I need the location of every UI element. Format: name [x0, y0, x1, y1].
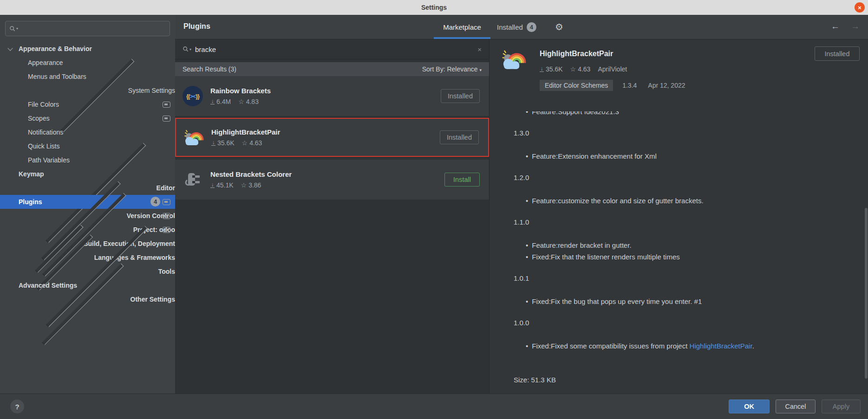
- star-icon: ☆: [241, 181, 247, 189]
- forward-arrow-icon: →: [851, 21, 860, 32]
- back-arrow-icon[interactable]: ←: [831, 21, 840, 32]
- screen-icon: [163, 213, 170, 219]
- plugin-card-highlightbracketpair[interactable]: HighlightBracketPair ↓ 35.6K ☆ 4.63 Inst…: [175, 118, 489, 157]
- search-icon: [183, 46, 189, 52]
- sidebar-item-appearance-behavior[interactable]: Appearance & Behavior: [0, 42, 175, 56]
- installed-button[interactable]: Installed: [440, 130, 479, 144]
- plugin-size: Size: 51.3 KB: [489, 376, 868, 384]
- sidebar-item-editor[interactable]: Editor: [0, 181, 175, 195]
- sidebar-item-advanced-settings[interactable]: Advanced Settings: [0, 278, 175, 292]
- plug-icon: [183, 169, 203, 190]
- clear-search-icon[interactable]: ×: [477, 45, 482, 53]
- chevron-down-icon: ▾: [479, 68, 482, 72]
- screen-icon: [163, 116, 170, 122]
- changelog: Feature:Support Idea2021.3 1.3.0 Feature…: [489, 111, 868, 351]
- sidebar-item-file-colors[interactable]: File Colors: [0, 97, 175, 111]
- sidebar-item-system-settings[interactable]: System Settings: [0, 84, 175, 97]
- plugin-search-input[interactable]: [195, 45, 477, 53]
- changelog-version: 1.1.0: [514, 218, 840, 227]
- changelog-entry: Feature:Extension enhancement for Xml: [514, 152, 840, 161]
- screen-icon: [163, 227, 170, 233]
- sidebar-item-quick-lists[interactable]: Quick Lists: [0, 139, 175, 153]
- changelog-version: 1.0.0: [514, 318, 840, 328]
- download-icon: ↓: [211, 140, 215, 146]
- sidebar-item-version-control[interactable]: Version Control: [0, 209, 175, 223]
- cancel-button[interactable]: Cancel: [776, 400, 816, 413]
- installed-button[interactable]: Installed: [441, 89, 480, 103]
- download-count: 35.6K: [217, 139, 235, 147]
- sidebar-item-languages-frameworks[interactable]: Languages & Frameworks: [0, 251, 175, 264]
- vertical-scrollbar[interactable]: [865, 208, 868, 379]
- search-caret-icon: ▾: [16, 26, 18, 31]
- settings-tree: Appearance & Behavior Appearance Menus a…: [0, 42, 175, 306]
- install-button[interactable]: Install: [444, 173, 480, 187]
- changelog-entry: Fixed:Fix the bug that pops up every tim…: [514, 297, 840, 306]
- plugin-name: Nested Brackets Colorer: [210, 170, 444, 178]
- search-results-bar: Search Results (3) Sort By: Relevance ▾: [175, 62, 489, 76]
- plugin-card-rainbow-brackets[interactable]: {(><)} Rainbow Brackets ↓ 6.4M ☆ 4.83 In…: [175, 76, 489, 116]
- plugin-project-link[interactable]: HighlightBracketPair: [690, 342, 752, 350]
- screen-icon: [163, 102, 170, 108]
- changelog-version: 1.0.1: [514, 274, 840, 283]
- download-count: 35.6K: [546, 65, 563, 73]
- rainbow-cloud-icon: [183, 127, 204, 148]
- plugins-header: Plugins Marketplace Installed4 ⚙ ← →: [175, 15, 868, 39]
- installed-button[interactable]: Installed: [815, 46, 860, 61]
- sidebar-search-input[interactable]: [21, 25, 166, 32]
- help-button[interactable]: ?: [10, 400, 24, 413]
- screen-icon: [163, 199, 170, 205]
- rating-value: 4.63: [249, 139, 262, 147]
- download-icon: ↓: [210, 182, 215, 188]
- plugins-count-badge: 4: [150, 197, 160, 206]
- changelog-entry: Feature:render bracket in gutter.: [514, 241, 840, 250]
- title-bar: Settings ×: [0, 0, 868, 15]
- category-tag[interactable]: Editor Color Schemes: [540, 80, 613, 91]
- tab-installed[interactable]: Installed4: [497, 15, 536, 39]
- dialog-footer: ? OK Cancel Apply: [0, 393, 868, 419]
- sort-by-dropdown[interactable]: Sort By: Relevance ▾: [422, 65, 482, 73]
- page-title: Plugins: [183, 22, 210, 31]
- changelog-entry: Feature:customize the color and size of …: [514, 196, 840, 206]
- plugin-card-nested-brackets-colorer[interactable]: Nested Brackets Colorer ↓ 45.1K ☆ 3.86 I…: [175, 160, 489, 200]
- installed-count-badge: 4: [527, 22, 536, 32]
- sidebar-item-scopes[interactable]: Scopes: [0, 111, 175, 125]
- plugin-results-panel: ▾ × Search Results (3) Sort By: Relevanc…: [175, 39, 489, 393]
- sidebar-item-notifications[interactable]: Notifications: [0, 125, 175, 139]
- sidebar-item-other-settings[interactable]: Other Settings: [0, 292, 175, 306]
- vendor-name[interactable]: AprilViolet: [598, 65, 627, 73]
- plugin-name: HighlightBracketPair: [211, 128, 440, 136]
- apply-button[interactable]: Apply: [822, 400, 861, 413]
- close-icon[interactable]: ×: [855, 2, 865, 13]
- sidebar-item-plugins[interactable]: Plugins4: [0, 195, 175, 209]
- gear-icon[interactable]: ⚙: [555, 21, 563, 32]
- settings-sidebar: ▾ Appearance & Behavior Appearance Menus…: [0, 15, 175, 393]
- chevron-down-icon: [7, 45, 13, 51]
- sidebar-search-box[interactable]: ▾: [5, 21, 170, 36]
- rainbow-cloud-icon: [501, 47, 526, 72]
- plugin-detail-title: HighlightBracketPair: [540, 50, 685, 58]
- plugin-search-box[interactable]: ▾ ×: [175, 39, 489, 59]
- download-icon: ↓: [210, 99, 215, 105]
- ok-button[interactable]: OK: [729, 400, 770, 413]
- tab-marketplace[interactable]: Marketplace: [434, 15, 490, 39]
- sidebar-item-project-odoo[interactable]: Project: odoo: [0, 223, 175, 237]
- star-icon: ☆: [242, 139, 248, 147]
- search-results-count: Search Results (3): [183, 65, 236, 73]
- navigation-arrows: ← →: [831, 21, 860, 32]
- rating-value: 3.86: [248, 181, 261, 189]
- plugin-details-panel: HighlightBracketPair ↓ 35.6K ☆ 4.63 Apri…: [489, 39, 868, 393]
- sidebar-item-appearance[interactable]: Appearance: [0, 56, 175, 70]
- sidebar-item-keymap[interactable]: Keymap: [0, 167, 175, 181]
- sidebar-item-tools[interactable]: Tools: [0, 264, 175, 278]
- rating-value: 4.83: [246, 98, 259, 105]
- download-count: 45.1K: [216, 181, 234, 189]
- download-count: 6.4M: [216, 98, 231, 105]
- star-icon: ☆: [238, 98, 244, 105]
- changelog-version: 1.3.0: [514, 129, 840, 138]
- sidebar-item-menus-toolbars[interactable]: Menus and Toolbars: [0, 70, 175, 84]
- star-icon: ☆: [570, 65, 576, 73]
- settings-window: Settings × ▾ Appearance & Behavior Appea…: [0, 0, 868, 419]
- changelog-entry: Fixed:Fix that the listener renders mult…: [514, 252, 840, 262]
- window-title: Settings: [421, 4, 447, 11]
- sidebar-item-path-variables[interactable]: Path Variables: [0, 153, 175, 167]
